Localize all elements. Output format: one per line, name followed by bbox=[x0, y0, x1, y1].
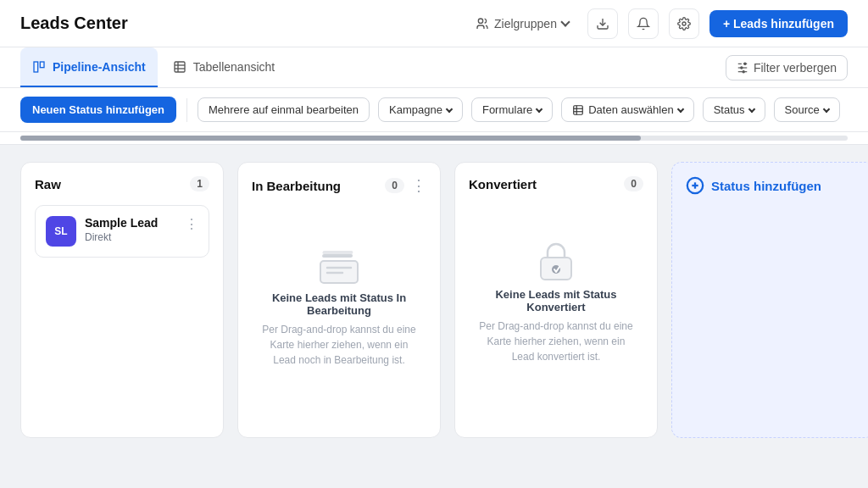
column-konvertiert-count: 0 bbox=[624, 176, 643, 191]
avatar: SL bbox=[46, 216, 76, 247]
column-raw-count-area: 1 bbox=[190, 176, 209, 191]
data-select-icon bbox=[572, 104, 584, 116]
svg-rect-4 bbox=[40, 62, 44, 68]
svg-point-0 bbox=[478, 19, 482, 23]
toolbar-divider bbox=[186, 98, 187, 122]
data-select-label: Daten auswählen bbox=[588, 103, 673, 116]
zielgruppen-label: Zielgruppen bbox=[494, 17, 557, 30]
status-chevron bbox=[748, 105, 754, 112]
column-in-bearbeitung-count: 0 bbox=[385, 178, 404, 193]
add-status-column: Status hinzufügen bbox=[671, 162, 868, 438]
formulare-button[interactable]: Formulare bbox=[471, 97, 553, 122]
filter-icon bbox=[737, 62, 748, 74]
column-raw-title: Raw bbox=[35, 177, 61, 191]
scrollbar-area bbox=[0, 132, 868, 145]
empty-state-konvertiert: Keine Leads mit Status Konvertiert Per D… bbox=[469, 217, 643, 381]
pipeline-icon bbox=[32, 60, 46, 74]
empty-title-konvertiert: Keine Leads mit Status Konvertiert bbox=[477, 288, 635, 313]
new-status-button[interactable]: Neuen Status hinzufügen bbox=[20, 97, 176, 123]
add-leads-button[interactable]: + Leads hinzufügen bbox=[709, 10, 848, 37]
kampagne-label: Kampagne bbox=[389, 103, 442, 116]
svg-point-16 bbox=[741, 66, 743, 68]
column-in-bearbeitung-header: In Bearbeitung 0 ⋮ bbox=[252, 176, 426, 195]
column-konvertiert: Konvertiert 0 Keine Leads mit Status Kon… bbox=[454, 162, 658, 438]
bell-button[interactable] bbox=[628, 8, 659, 39]
bell-icon bbox=[637, 17, 650, 30]
column-in-bearbeitung-title: In Bearbeitung bbox=[252, 179, 341, 193]
svg-rect-25 bbox=[322, 251, 353, 254]
page-title: Leads Center bbox=[20, 14, 128, 33]
bulk-edit-label: Mehrere auf einmal bearbeiten bbox=[209, 103, 359, 116]
scrollbar-thumb[interactable] bbox=[20, 136, 641, 141]
svg-point-15 bbox=[744, 63, 746, 64]
scrollbar-track[interactable] bbox=[20, 136, 848, 141]
lead-name: Sample Lead bbox=[85, 216, 176, 230]
empty-title-in-bearbeitung: Keine Leads mit Status In Bearbeitung bbox=[260, 291, 418, 317]
svg-rect-5 bbox=[175, 62, 185, 72]
svg-point-17 bbox=[743, 70, 744, 72]
lead-menu-icon[interactable]: ⋮ bbox=[185, 216, 198, 232]
column-konvertiert-count-area: 0 bbox=[624, 176, 643, 191]
empty-desc-in-bearbeitung: Per Drag-and-drop kannst du eine Karte h… bbox=[260, 322, 418, 368]
add-status-icon bbox=[686, 176, 704, 195]
kanban-board: Raw 1 SL Sample Lead Direkt ⋮ In Bearbei… bbox=[0, 145, 868, 455]
lead-info: Sample Lead Direkt bbox=[85, 216, 176, 243]
status-label: Status bbox=[714, 103, 745, 116]
zielgruppen-icon bbox=[476, 17, 489, 30]
gear-icon bbox=[677, 17, 691, 30]
column-raw-header: Raw 1 bbox=[35, 176, 209, 191]
svg-point-2 bbox=[682, 22, 686, 25]
column-konvertiert-title: Konvertiert bbox=[469, 177, 537, 191]
tabs: Pipeline-Ansicht Tabellenansicht bbox=[20, 47, 287, 87]
bulk-edit-button[interactable]: Mehrere auf einmal bearbeiten bbox=[198, 97, 370, 122]
kampagne-button[interactable]: Kampagne bbox=[378, 97, 463, 122]
column-in-bearbeitung-count-area: 0 ⋮ bbox=[385, 176, 426, 195]
zielgruppen-button[interactable]: Zielgruppen bbox=[467, 12, 577, 36]
table-icon bbox=[173, 60, 186, 74]
svg-rect-3 bbox=[34, 62, 38, 72]
formulare-label: Formulare bbox=[482, 103, 532, 116]
header: Leads Center Zielgruppen + Leads hinzufü… bbox=[0, 0, 868, 47]
svg-rect-26 bbox=[322, 254, 353, 258]
data-select-chevron bbox=[676, 105, 683, 112]
svg-rect-18 bbox=[574, 105, 583, 114]
column-raw: Raw 1 SL Sample Lead Direkt ⋮ bbox=[20, 162, 224, 438]
kampagne-chevron bbox=[446, 105, 453, 112]
empty-desc-konvertiert: Per Drag-and-drop kannst du eine Karte h… bbox=[477, 319, 635, 364]
tab-table[interactable]: Tabellenansicht bbox=[161, 47, 287, 87]
settings-button[interactable] bbox=[669, 8, 699, 39]
empty-drag-icon bbox=[312, 237, 366, 291]
column-in-bearbeitung: In Bearbeitung 0 ⋮ Keine Leads mit Statu… bbox=[237, 162, 441, 438]
toolbar: Neuen Status hinzufügen Mehrere auf einm… bbox=[0, 88, 868, 132]
data-select-button[interactable]: Daten auswählen bbox=[561, 97, 693, 122]
tab-pipeline[interactable]: Pipeline-Ansicht bbox=[20, 47, 158, 87]
source-chevron bbox=[822, 105, 829, 112]
add-status-label: Status hinzufügen bbox=[711, 179, 821, 193]
header-actions: Zielgruppen + Leads hinzufügen bbox=[467, 8, 848, 39]
column-in-bearbeitung-menu[interactable]: ⋮ bbox=[411, 176, 426, 195]
source-label: Source bbox=[785, 103, 820, 116]
lead-card[interactable]: SL Sample Lead Direkt ⋮ bbox=[35, 205, 209, 258]
status-button[interactable]: Status bbox=[703, 97, 765, 122]
empty-lock-icon bbox=[529, 234, 583, 288]
formulare-chevron bbox=[536, 105, 542, 112]
column-konvertiert-header: Konvertiert 0 bbox=[469, 176, 643, 191]
download-icon bbox=[596, 17, 609, 30]
add-status-button[interactable]: Status hinzufügen bbox=[686, 176, 821, 195]
tab-bar: Pipeline-Ansicht Tabellenansicht Filter … bbox=[0, 47, 868, 88]
tab-pipeline-label: Pipeline-Ansicht bbox=[53, 60, 146, 74]
lead-source: Direkt bbox=[85, 231, 176, 243]
chevron-down-icon bbox=[560, 17, 570, 26]
filter-label: Filter verbergen bbox=[754, 61, 837, 75]
column-raw-count: 1 bbox=[190, 176, 209, 191]
tab-table-label: Tabellenansicht bbox=[193, 60, 275, 74]
filter-button[interactable]: Filter verbergen bbox=[726, 55, 848, 80]
empty-state-in-bearbeitung: Keine Leads mit Status In Bearbeitung Pe… bbox=[252, 220, 426, 385]
source-button[interactable]: Source bbox=[774, 97, 840, 122]
download-button[interactable] bbox=[587, 8, 618, 39]
